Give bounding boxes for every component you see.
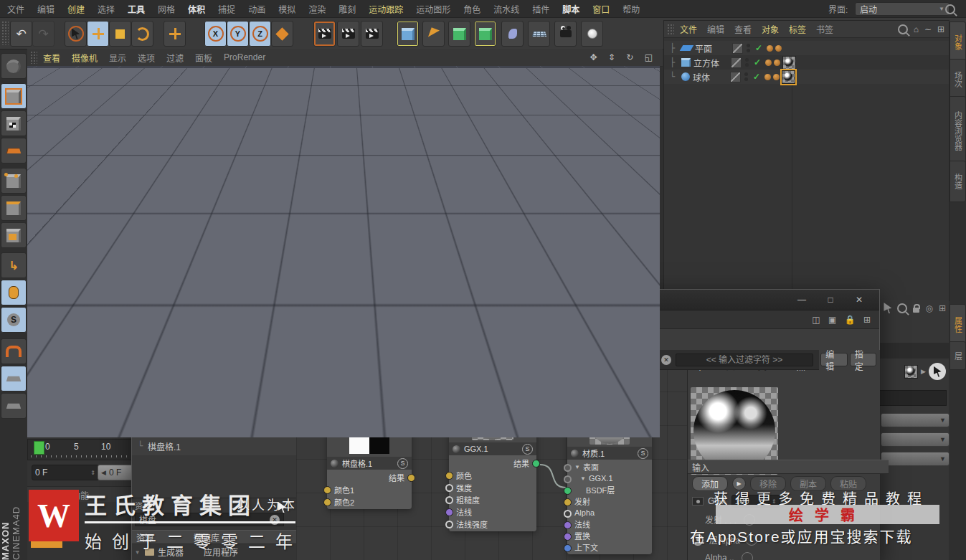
- vp-menu-options[interactable]: 选项: [138, 52, 155, 64]
- paste-button[interactable]: 粘贴: [830, 476, 866, 491]
- port-row-input[interactable]: ▼GGX.1: [567, 473, 652, 484]
- align-workplane-button[interactable]: [1, 393, 27, 419]
- attr-dropdown-2[interactable]: ▼: [881, 432, 950, 447]
- render-settings-button[interactable]: [361, 21, 383, 47]
- tab-structure[interactable]: 构造: [950, 161, 966, 202]
- last-tool-button[interactable]: [164, 21, 186, 47]
- play-preview-button[interactable]: ▶: [328, 331, 346, 349]
- port-row-input[interactable]: Alpha: [567, 507, 652, 518]
- clear-search-icon[interactable]: ✕: [270, 515, 280, 525]
- tab-layers[interactable]: 层: [950, 341, 966, 370]
- emission-swatch[interactable]: [744, 514, 755, 526]
- input-port[interactable]: [564, 498, 572, 506]
- expand-caret-icon[interactable]: ▼: [580, 475, 586, 482]
- enabled-check-icon[interactable]: ✓: [753, 72, 760, 82]
- node-material[interactable]: 材质.1 S ▼表面 ▼GGX.1 BSDF层 发射 Alpha 法线 置换 上…: [567, 402, 652, 554]
- tab-attributes[interactable]: 属性: [950, 304, 966, 346]
- render-view-button[interactable]: [313, 21, 336, 47]
- alpha2-swatch[interactable]: [742, 552, 753, 560]
- input-port[interactable]: [564, 464, 572, 472]
- menu-select[interactable]: 选择: [98, 3, 115, 15]
- minimize-button[interactable]: —: [787, 290, 816, 309]
- port-row-input[interactable]: 法线强度: [449, 518, 536, 530]
- environment-button[interactable]: [528, 21, 550, 47]
- tag-dot-icon[interactable]: [773, 74, 780, 80]
- mm-menu-edit[interactable]: 编辑: [44, 489, 62, 501]
- input-port[interactable]: [323, 498, 331, 506]
- enabled-check-icon[interactable]: ✓: [754, 57, 761, 67]
- solo-badge[interactable]: S: [638, 448, 648, 459]
- input-port[interactable]: [445, 496, 453, 504]
- ne-menu-view[interactable]: 查看: [237, 313, 254, 326]
- snap-s-button[interactable]: S: [1, 307, 27, 333]
- maximize-button[interactable]: □: [816, 290, 845, 309]
- object-name[interactable]: 立方体: [693, 57, 731, 69]
- interface-dropdown[interactable]: 启动 ▼: [855, 2, 950, 16]
- add-spline-button[interactable]: [422, 21, 445, 47]
- clear-filter-icon[interactable]: ✕: [661, 355, 671, 365]
- vp-menu-display[interactable]: 显示: [109, 52, 126, 64]
- menu-mesh[interactable]: 网格: [158, 3, 175, 15]
- node-editor-titlebar[interactable]: 节点编辑器 (1) - [节点] — □ ✕: [132, 290, 879, 310]
- tag-dot-icon[interactable]: [775, 45, 782, 52]
- assets-button[interactable]: △: [188, 331, 205, 349]
- tab-objects[interactable]: 对象: [950, 22, 966, 63]
- scale-tool-button[interactable]: [109, 21, 131, 47]
- nav-frame-button[interactable]: ◀: [445, 331, 462, 349]
- input-port[interactable]: [445, 472, 453, 480]
- path-icon[interactable]: ∼: [924, 24, 932, 34]
- polygons-mode-button[interactable]: [1, 222, 27, 248]
- menu-file[interactable]: 文件: [7, 3, 24, 15]
- port-pair-button-2[interactable]: [250, 331, 267, 349]
- om-search-icon[interactable]: [898, 24, 908, 34]
- expand-icon[interactable]: ▶: [921, 368, 926, 375]
- workplane-mode-button[interactable]: [1, 138, 27, 163]
- object-row-cube[interactable]: ├ 立方体 ✓: [664, 55, 949, 70]
- swap-layout-button-1[interactable]: ⇄: [485, 331, 502, 349]
- menu-mograph[interactable]: 运动图形: [416, 3, 450, 15]
- vp-menu-panel[interactable]: 面板: [195, 52, 212, 64]
- object-row-plane[interactable]: ├ 平面 ✓: [664, 41, 949, 55]
- input-port[interactable]: [445, 508, 453, 516]
- port-row-input[interactable]: 颜色2: [327, 495, 412, 508]
- column-divider[interactable]: [199, 385, 200, 398]
- input-port[interactable]: [445, 521, 453, 528]
- viewport-solo-button[interactable]: [1, 280, 27, 305]
- menu-window[interactable]: 窗口: [592, 3, 610, 15]
- material-tag-thumbnail-selected[interactable]: [782, 70, 795, 84]
- input-port-connected[interactable]: [564, 487, 572, 495]
- menu-create[interactable]: 创建: [67, 3, 85, 15]
- attr-dropdown-1[interactable]: ▼: [881, 413, 950, 427]
- tab-content-browser[interactable]: 内容浏览器: [950, 96, 966, 165]
- om-menu-view[interactable]: 查看: [734, 23, 752, 35]
- lock-z-axis-button[interactable]: Z: [249, 21, 271, 47]
- stepper-icon[interactable]: ⇕: [772, 498, 777, 505]
- play-solo-button[interactable]: ▷: [346, 331, 363, 349]
- rotate-tool-button[interactable]: [131, 21, 153, 47]
- prop-value-field[interactable]: 100 ⇕: [731, 495, 780, 508]
- port-row-input[interactable]: 置换: [567, 530, 652, 541]
- input-port[interactable]: [564, 544, 572, 552]
- layer-toggle-icon[interactable]: [732, 43, 743, 54]
- menu-simulate[interactable]: 模拟: [278, 3, 295, 15]
- frame-number-field[interactable]: 0 F ⇕: [32, 465, 99, 480]
- om-menu-tags[interactable]: 标签: [789, 23, 806, 35]
- tag-dot-icon[interactable]: [764, 74, 771, 80]
- tree-item-material[interactable]: ├材质.1: [132, 418, 296, 437]
- vp-menu-camera[interactable]: 摄像机: [72, 52, 98, 64]
- new-window-icon[interactable]: ⊞: [939, 303, 946, 313]
- import-node-button[interactable]: ◀: [209, 331, 227, 349]
- lock-workplane-button[interactable]: [1, 366, 27, 391]
- ne-menu-edit[interactable]: 编辑: [179, 313, 196, 326]
- model-mode-button[interactable]: [1, 83, 27, 109]
- resource-search-field[interactable]: 棋盘 ✕: [135, 513, 284, 526]
- add-port-button[interactable]: [384, 331, 402, 349]
- select-frame-button[interactable]: [406, 331, 423, 349]
- move-tool-button[interactable]: [87, 21, 109, 47]
- vp-menu-filter[interactable]: 过滤: [166, 52, 184, 64]
- deformer-button[interactable]: [501, 21, 524, 47]
- editor-visibility-dot[interactable]: [744, 72, 748, 76]
- materials-tab[interactable]: [31, 538, 62, 548]
- viewport-grip[interactable]: [30, 51, 37, 64]
- material-preview-thumb[interactable]: [904, 365, 918, 379]
